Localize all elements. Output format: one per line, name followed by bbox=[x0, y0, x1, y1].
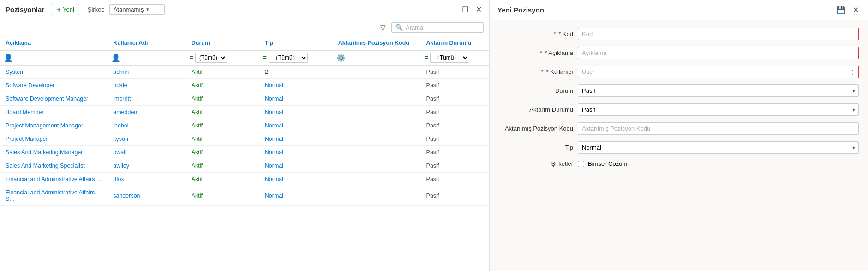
cell-durum: Aktif bbox=[186, 186, 259, 206]
cell-durum: Aktif bbox=[186, 132, 259, 146]
table-row[interactable]: Software Development Manager jmerritt Ak… bbox=[0, 92, 489, 106]
tip-label: Tip bbox=[499, 144, 573, 151]
cell-aktarim-durumu: Pasif bbox=[421, 146, 489, 159]
cell-durum: Aktif bbox=[186, 79, 259, 92]
aktarilmis-pozisyon-kodu-label: Aktarılmış Pozisyon Kodu bbox=[499, 125, 573, 132]
new-button[interactable]: + Yeni bbox=[52, 4, 79, 15]
cell-aktarilmis-kodu bbox=[333, 119, 421, 132]
filter-durum[interactable]: = (Tümü) bbox=[186, 50, 259, 65]
cell-kullanici: jtyson bbox=[108, 132, 186, 146]
filter-button[interactable]: ▽ bbox=[378, 23, 388, 33]
cell-tip: Normal bbox=[259, 79, 333, 92]
right-close-button[interactable]: ✕ bbox=[851, 5, 861, 15]
cell-durum: Aktif bbox=[186, 159, 259, 173]
company-label: Şirket: bbox=[88, 6, 105, 13]
cell-aktarim-durumu: Pasif bbox=[421, 119, 489, 132]
table-row[interactable]: Sales And Marketing Manager bwall Aktif … bbox=[0, 146, 489, 159]
company-value: Atanmamış bbox=[114, 6, 144, 13]
table-row[interactable]: Sales And Marketing Specialist awiley Ak… bbox=[0, 159, 489, 173]
form-row-sirketler: Şirketler Bimser Çözüm bbox=[499, 160, 859, 167]
table-row[interactable]: Financial and Administrative Affairs S..… bbox=[0, 186, 489, 206]
filter-durum-select[interactable]: (Tümü) bbox=[195, 53, 227, 63]
cell-aktarim-durumu: Pasif bbox=[421, 186, 489, 206]
eq-icon-durum: = bbox=[190, 54, 193, 61]
form-row-kod: * * Kod bbox=[499, 28, 859, 40]
search-input[interactable] bbox=[406, 24, 479, 31]
cell-durum: Aktif bbox=[186, 146, 259, 159]
cell-aktarilmis-kodu bbox=[333, 79, 421, 92]
cell-aktarim-durumu: Pasif bbox=[421, 106, 489, 119]
company-select[interactable]: Atanmamış ▾ bbox=[109, 4, 165, 15]
maximize-button[interactable]: ☐ bbox=[460, 4, 470, 15]
close-button[interactable]: ✕ bbox=[474, 4, 484, 15]
table-row[interactable]: Board Member amedden Aktif Normal Pasif bbox=[0, 106, 489, 119]
filter-aktarim-durumu-select[interactable]: （Tümü） bbox=[430, 53, 469, 63]
table-row[interactable]: Project Manager jtyson Aktif Normal Pasi… bbox=[0, 132, 489, 146]
cell-durum: Aktif bbox=[186, 173, 259, 186]
cell-aciklama: Project Management Manager bbox=[0, 119, 108, 132]
cell-aciklama: Sales And Marketing Specialist bbox=[0, 159, 108, 173]
cell-durum: Aktif bbox=[186, 65, 259, 79]
aktarim-durumu-select[interactable]: Pasif Aktif bbox=[578, 103, 859, 116]
aktarim-kodu-filter-icon: ⚙️ bbox=[336, 54, 346, 62]
bimser-cozum-label: Bimser Çözüm bbox=[588, 160, 627, 167]
user-filter-icon2: 👤 bbox=[111, 54, 120, 62]
filter-aktarim-kodu: ⚙️ bbox=[333, 50, 421, 65]
table-row[interactable]: System admin Aktif 2 Pasif bbox=[0, 65, 489, 79]
form-row-durum: Durum Pasif Aktif ▾ bbox=[499, 84, 859, 97]
cell-aktarilmis-kodu bbox=[333, 186, 421, 206]
kullanici-input[interactable] bbox=[578, 66, 846, 78]
positions-table: Açıklama Kullanıcı Adı Durum Tip Aktarıl… bbox=[0, 36, 489, 206]
kullanici-label: * * Kullanıcı bbox=[499, 68, 573, 75]
cell-kullanici: inobel bbox=[108, 119, 186, 132]
cell-kullanici: sanderson bbox=[108, 186, 186, 206]
filter-row: 👤 👤 = (Tümü) bbox=[0, 50, 489, 65]
right-panel-title: Yeni Pozisyon bbox=[497, 6, 834, 14]
cell-aktarilmis-kodu bbox=[333, 65, 421, 79]
cell-aktarim-durumu: Pasif bbox=[421, 132, 489, 146]
bimser-cozum-checkbox[interactable] bbox=[578, 161, 584, 167]
kullanici-input-wrapper: ⋮ bbox=[578, 66, 859, 78]
aktarilmis-pozisyon-kodu-input[interactable] bbox=[578, 122, 859, 135]
col-header-kullanici: Kullanıcı Adı bbox=[108, 36, 186, 50]
cell-aktarilmis-kodu bbox=[333, 159, 421, 173]
right-header: Yeni Pozisyon 💾 ✕ bbox=[490, 0, 868, 20]
kod-input[interactable] bbox=[578, 28, 859, 40]
eq-icon-tip: = bbox=[263, 54, 267, 61]
sirketler-label: Şirketler bbox=[499, 160, 573, 167]
col-header-aktarim-durumu: Aktarım Durumu bbox=[421, 36, 489, 50]
cell-aciklama: Financial and Administrative Affairs S..… bbox=[0, 186, 108, 206]
table-row[interactable]: Financial and Administrative Affairs ...… bbox=[0, 173, 489, 186]
cell-aktarim-durumu: Pasif bbox=[421, 79, 489, 92]
cell-aciklama: Financial and Administrative Affairs ... bbox=[0, 173, 108, 186]
durum-select-wrapper: Pasif Aktif ▾ bbox=[578, 84, 859, 97]
filter-tip-select[interactable]: （Tümü） bbox=[269, 53, 308, 63]
kod-label: * * Kod bbox=[499, 30, 573, 37]
save-button[interactable]: 💾 bbox=[834, 5, 847, 15]
col-header-aciklama: Açıklama bbox=[0, 36, 108, 50]
cell-tip: Normal bbox=[259, 92, 333, 106]
toolbar-icons: ☐ ✕ bbox=[460, 4, 484, 15]
cell-aciklama: Software Development Manager bbox=[0, 92, 108, 106]
table-body: System admin Aktif 2 Pasif Sofware Devel… bbox=[0, 65, 489, 206]
left-panel: Pozisyonlar + Yeni Şirket: Atanmamış ▾ ☐… bbox=[0, 0, 490, 271]
filter-aktarim-durumu[interactable]: = （Tümü） bbox=[421, 50, 489, 65]
cell-kullanici: bwall bbox=[108, 146, 186, 159]
cell-aciklama: System bbox=[0, 65, 108, 79]
kullanici-more-button[interactable]: ⋮ bbox=[846, 66, 858, 78]
cell-aktarilmis-kodu bbox=[333, 146, 421, 159]
cell-aciklama: Sofware Developer bbox=[0, 79, 108, 92]
cell-aktarim-durumu: Pasif bbox=[421, 65, 489, 79]
aciklama-input[interactable] bbox=[578, 47, 859, 59]
table-row[interactable]: Sofware Developer ndale Aktif Normal Pas… bbox=[0, 79, 489, 92]
durum-select[interactable]: Pasif Aktif bbox=[578, 84, 859, 97]
filter-tip[interactable]: = （Tümü） bbox=[259, 50, 333, 65]
right-panel: Yeni Pozisyon 💾 ✕ * * Kod * * Açıklama bbox=[490, 0, 868, 271]
user-filter-icon: 👤 bbox=[4, 54, 13, 62]
table-row[interactable]: Project Management Manager inobel Aktif … bbox=[0, 119, 489, 132]
tip-select[interactable]: Normal Yönetici Diğer bbox=[578, 141, 859, 154]
search-box[interactable]: 🔍 bbox=[391, 22, 484, 33]
tip-select-wrapper: Normal Yönetici Diğer ▾ bbox=[578, 141, 859, 154]
cell-durum: Aktif bbox=[186, 119, 259, 132]
eq-icon-aktarim: = bbox=[425, 54, 428, 61]
